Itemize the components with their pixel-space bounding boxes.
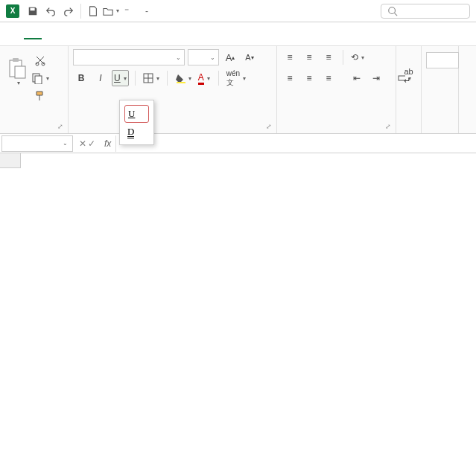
italic-button[interactable]: I (92, 70, 109, 86)
tab-formulas[interactable] (77, 30, 95, 39)
number-format-select[interactable] (426, 52, 459, 68)
search-input[interactable] (381, 4, 470, 19)
align-left-icon[interactable]: ≡ (282, 70, 298, 86)
svg-point-0 (389, 7, 396, 13)
phonetic-button[interactable]: wén文▾ (225, 70, 247, 86)
align-right-icon[interactable]: ≡ (320, 70, 337, 86)
search-icon (387, 6, 398, 16)
formula-bar-row: ⌄ ✕ ✓ fx (0, 134, 476, 153)
group-align: ≡ ≡ ≡ ⟲▾ ≡ ≡ ≡ ⇤ ⇥ ▾ ⤢ (277, 46, 396, 133)
group-label-font: ⤢ (73, 129, 272, 132)
cut-icon[interactable] (30, 52, 51, 68)
svg-rect-2 (13, 58, 19, 62)
select-all-corner[interactable] (0, 153, 21, 168)
underline-dropdown: U D (119, 100, 154, 145)
enter-icon[interactable]: ✓ (88, 138, 95, 149)
group-clipboard: ▾ ▾ ⤢ (0, 46, 69, 133)
font-size-select[interactable]: ⌄ (188, 49, 219, 65)
align-center-icon[interactable]: ≡ (301, 70, 317, 86)
separator (80, 4, 81, 19)
format-painter-icon[interactable] (30, 88, 51, 104)
launcher-icon[interactable]: ⤢ (385, 123, 391, 130)
bold-button[interactable]: B (73, 70, 89, 86)
open-folder-icon[interactable]: ▾ (102, 2, 120, 20)
group-wrap: ab↵ (396, 46, 422, 133)
cancel-icon[interactable]: ✕ (79, 138, 86, 149)
decrease-indent-icon[interactable]: ⇤ (349, 70, 365, 86)
save-icon[interactable] (24, 2, 42, 20)
new-file-icon[interactable] (84, 2, 102, 20)
font-color-button[interactable]: A▾ (196, 70, 212, 86)
formula-bar[interactable] (115, 135, 476, 152)
align-top-icon[interactable]: ≡ (282, 49, 298, 65)
underline-button[interactable]: U▾ (112, 70, 129, 86)
undo-icon[interactable] (42, 2, 60, 20)
font-name-select[interactable]: ⌄ (73, 49, 185, 65)
increase-indent-icon[interactable]: ⇥ (368, 70, 384, 86)
menu-bar (0, 22, 476, 46)
tab-layout[interactable] (60, 30, 77, 39)
excel-icon: X (6, 4, 19, 18)
tab-file[interactable] (6, 30, 24, 39)
qat-overflow-icon[interactable]: ⁼ (124, 6, 129, 16)
paste-button[interactable]: ▾ (4, 49, 30, 94)
worksheet (0, 153, 476, 168)
title-bar: X ▾ ⁼ - (0, 0, 476, 22)
document-title: - (145, 6, 148, 16)
orientation-icon[interactable]: ⟲▾ (349, 49, 366, 65)
fill-color-button[interactable]: ▾ (174, 70, 193, 86)
wrap-text-icon[interactable]: ab↵ (401, 61, 417, 91)
tab-data[interactable] (95, 30, 113, 39)
align-bottom-icon[interactable]: ≡ (320, 49, 337, 65)
launcher-icon[interactable]: ⤢ (57, 123, 63, 130)
tab-help[interactable] (149, 30, 167, 39)
group-number (422, 46, 459, 133)
name-box[interactable]: ⌄ (1, 135, 73, 152)
decrease-font-icon[interactable]: A▾ (241, 49, 258, 65)
fx-icon[interactable]: fx (100, 138, 115, 149)
redo-icon[interactable] (60, 2, 77, 20)
ribbon: ▾ ▾ ⤢ ⌄ ⌄ A▴ A▾ B I U▾ ▾ ▾ A▾ wén文▾ (0, 46, 476, 134)
increase-font-icon[interactable]: A▴ (222, 49, 238, 65)
copy-icon[interactable]: ▾ (30, 70, 51, 86)
tab-insert[interactable] (42, 30, 60, 39)
svg-rect-7 (35, 76, 42, 84)
double-underline-option[interactable]: D (120, 124, 153, 141)
borders-button[interactable]: ▾ (142, 70, 161, 86)
group-label-align: ⤢ (282, 129, 391, 132)
launcher-icon[interactable]: ⤢ (266, 123, 272, 130)
svg-rect-3 (15, 66, 25, 78)
tab-review[interactable] (113, 30, 131, 39)
svg-rect-9 (177, 82, 185, 83)
underline-option[interactable]: U (124, 105, 149, 123)
tab-home[interactable] (24, 29, 42, 39)
tab-view[interactable] (131, 30, 149, 39)
group-font: ⌄ ⌄ A▴ A▾ B I U▾ ▾ ▾ A▾ wén文▾ ⤢ (69, 46, 277, 133)
align-middle-icon[interactable]: ≡ (301, 49, 317, 65)
group-label-clipboard: ⤢ (4, 129, 63, 132)
